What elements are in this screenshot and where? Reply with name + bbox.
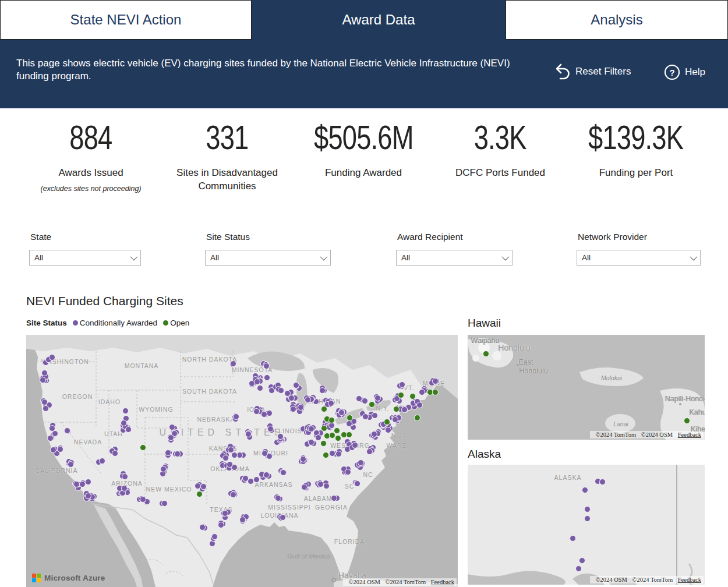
site-marker[interactable] xyxy=(52,430,58,437)
site-marker[interactable] xyxy=(338,409,345,416)
site-marker[interactable] xyxy=(275,495,281,501)
site-marker[interactable] xyxy=(409,393,416,399)
map-attribution: ©2024 TomTom ©2024 OSM Feedback xyxy=(590,431,704,439)
kpi-dcfc-ports: 3.3K DCFC Ports Funded xyxy=(425,118,576,179)
site-marker[interactable] xyxy=(414,415,420,421)
site-marker[interactable] xyxy=(301,484,308,490)
tab-state-nevi-action[interactable]: State NEVI Action xyxy=(0,0,252,40)
alaska-map[interactable]: ©2024 OSM ©2024 TomTom Feedback ALASKA xyxy=(468,465,705,585)
main-us-map[interactable]: ©2024 OSM ©2024 TomTom Feedback Microsof… xyxy=(26,335,458,587)
site-marker[interactable] xyxy=(168,434,174,441)
site-marker[interactable] xyxy=(328,400,334,406)
filter-site-status: Site Status All xyxy=(205,232,331,266)
site-status-dropdown[interactable]: All xyxy=(205,250,331,266)
site-marker[interactable] xyxy=(570,535,576,542)
site-marker[interactable] xyxy=(319,387,326,394)
site-marker[interactable] xyxy=(320,440,327,447)
site-marker[interactable] xyxy=(254,379,260,385)
site-marker[interactable] xyxy=(335,451,342,457)
site-marker[interactable] xyxy=(57,446,63,452)
network-provider-dropdown[interactable]: All xyxy=(577,250,701,266)
site-marker[interactable] xyxy=(263,472,270,478)
site-marker[interactable] xyxy=(579,557,585,564)
site-marker[interactable] xyxy=(199,524,206,531)
site-marker[interactable] xyxy=(278,387,284,394)
site-marker[interactable] xyxy=(334,427,340,434)
reset-icon xyxy=(554,63,571,80)
site-marker[interactable] xyxy=(385,427,391,433)
site-marker[interactable] xyxy=(64,427,70,434)
site-marker[interactable] xyxy=(43,405,49,412)
legend-item-open[interactable]: Open xyxy=(163,319,189,327)
site-marker[interactable] xyxy=(68,461,74,468)
site-marker[interactable] xyxy=(196,491,203,497)
site-marker[interactable] xyxy=(432,389,439,395)
site-marker[interactable] xyxy=(393,406,400,412)
site-marker[interactable] xyxy=(321,425,327,432)
kpi-value: 884 xyxy=(69,118,112,157)
help-button[interactable]: ? Help xyxy=(664,64,705,80)
site-marker[interactable] xyxy=(257,385,263,391)
site-marker[interactable] xyxy=(366,448,373,455)
site-marker[interactable] xyxy=(41,399,48,405)
site-marker[interactable] xyxy=(335,435,341,441)
site-marker[interactable] xyxy=(245,431,252,437)
site-marker[interactable] xyxy=(305,397,311,403)
feedback-link[interactable]: Feedback xyxy=(678,577,701,583)
site-marker[interactable] xyxy=(362,398,368,404)
site-marker[interactable] xyxy=(140,496,146,503)
site-marker[interactable] xyxy=(584,515,591,522)
tab-award-data[interactable]: Award Data xyxy=(252,0,506,40)
site-marker[interactable] xyxy=(323,452,329,458)
legend-item-conditionally-awarded[interactable]: Conditionally Awarded xyxy=(73,319,157,327)
site-marker[interactable] xyxy=(140,444,146,451)
site-marker[interactable] xyxy=(160,466,167,472)
site-marker[interactable] xyxy=(584,506,591,512)
kpi-label: Awards Issued xyxy=(15,166,167,179)
site-marker[interactable] xyxy=(242,475,249,482)
site-marker[interactable] xyxy=(195,483,201,489)
site-marker[interactable] xyxy=(293,382,299,388)
site-marker[interactable] xyxy=(121,485,128,491)
site-marker[interactable] xyxy=(328,417,335,423)
site-marker[interactable] xyxy=(432,378,439,384)
site-marker[interactable] xyxy=(599,479,606,485)
site-marker[interactable] xyxy=(263,363,270,369)
award-recipient-dropdown[interactable]: All xyxy=(396,250,513,266)
site-marker[interactable] xyxy=(122,408,129,414)
feedback-link[interactable]: Feedback xyxy=(678,432,701,438)
site-marker[interactable] xyxy=(321,406,327,412)
site-marker[interactable] xyxy=(121,420,127,426)
site-marker[interactable] xyxy=(356,395,362,402)
site-marker[interactable] xyxy=(398,392,404,398)
feedback-link[interactable]: Feedback xyxy=(431,579,454,585)
site-marker[interactable] xyxy=(392,416,398,423)
site-marker[interactable] xyxy=(371,431,377,437)
site-marker[interactable] xyxy=(346,432,352,438)
site-marker[interactable] xyxy=(174,451,181,457)
site-marker[interactable] xyxy=(79,481,86,487)
site-marker[interactable] xyxy=(369,401,375,408)
site-marker[interactable] xyxy=(362,413,369,420)
site-marker[interactable] xyxy=(40,377,46,383)
tab-analysis[interactable]: Analysis xyxy=(506,0,728,40)
reset-filters-button[interactable]: Reset Filters xyxy=(554,63,631,80)
site-marker[interactable] xyxy=(73,481,80,487)
site-marker[interactable] xyxy=(85,493,91,499)
hawaii-map[interactable]: ©2024 TomTom ©2024 OSM Feedback WaipahuH… xyxy=(468,335,705,440)
site-marker[interactable] xyxy=(308,439,314,445)
site-marker[interactable] xyxy=(230,360,236,367)
state-dropdown[interactable]: All xyxy=(29,250,141,266)
site-marker[interactable] xyxy=(323,483,330,489)
site-marker[interactable] xyxy=(230,491,236,498)
site-marker[interactable] xyxy=(347,415,353,421)
site-marker[interactable] xyxy=(233,413,239,420)
site-marker[interactable] xyxy=(384,419,390,425)
site-marker[interactable] xyxy=(483,351,489,357)
site-marker[interactable] xyxy=(684,418,690,424)
site-marker[interactable] xyxy=(277,433,284,440)
site-marker[interactable] xyxy=(222,510,228,517)
site-marker[interactable] xyxy=(582,487,588,493)
site-marker[interactable] xyxy=(125,426,132,433)
site-marker[interactable] xyxy=(575,565,582,572)
